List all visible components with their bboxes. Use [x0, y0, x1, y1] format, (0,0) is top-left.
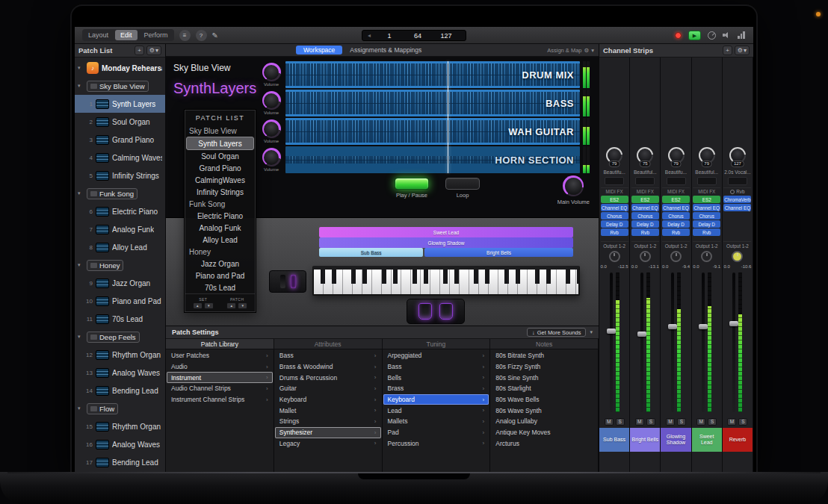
- mode-button[interactable]: Perform: [139, 30, 173, 40]
- library-item[interactable]: Pad ›: [383, 427, 489, 438]
- library-item[interactable]: Bass ›: [383, 361, 489, 373]
- strip-slot[interactable]: MIDI FX: [662, 187, 690, 195]
- keyboard[interactable]: [312, 266, 580, 296]
- mode-button[interactable]: Layout: [83, 30, 114, 40]
- strip-slot[interactable]: ES2: [662, 196, 690, 203]
- patch-list-item[interactable]: ▾ 15 ♪ Rhythm Organ Rhythm Organ: [75, 417, 165, 435]
- strip-slot[interactable]: Delay D: [601, 220, 628, 228]
- chevron-down-icon[interactable]: ▾: [590, 329, 593, 335]
- patch-list-item[interactable]: ▾ 10 ♪ Piano and Pad Piano and Pad: [75, 292, 165, 310]
- patch-list-item[interactable]: ▾ 6 ♪ Electric Piano Electric Piano: [75, 202, 165, 220]
- strip-fader[interactable]: [702, 273, 705, 412]
- strip-output-slot[interactable]: Output 1-2: [631, 241, 659, 249]
- patch-list-item[interactable]: ▾ 12 ♪ Rhythm Organ Rhythm Organ: [75, 346, 165, 364]
- library-item[interactable]: 80s Bitrate Synth: [491, 350, 597, 361]
- library-item[interactable]: Keyboard ›: [383, 394, 489, 405]
- keyboard-layer[interactable]: Glowing Shadow: [319, 237, 573, 248]
- keyboard-layer[interactable]: Sweet Lead: [319, 227, 573, 237]
- strip-slot[interactable]: Delay D: [693, 220, 720, 228]
- pedal-1[interactable]: [418, 303, 432, 320]
- get-more-sounds-button[interactable]: ↓ Get More Sounds: [527, 328, 587, 337]
- library-item[interactable]: 80s Wave Synth: [491, 405, 597, 416]
- patch-widget-item[interactable]: Sky Blue View: [186, 125, 254, 137]
- library-tab[interactable]: Patch Library: [166, 339, 274, 349]
- library-item[interactable]: Instrument Channel Strips ›: [167, 394, 273, 405]
- mute-button[interactable]: M: [635, 418, 644, 426]
- library-item[interactable]: Keyboard ›: [275, 394, 381, 405]
- track-volume-knob[interactable]: [262, 63, 281, 81]
- keyboard-layer[interactable]: Bright Bells: [424, 248, 573, 257]
- library-tab[interactable]: Tuning: [383, 339, 491, 349]
- strip-name-plate[interactable]: Sub Bass: [599, 428, 629, 452]
- pitch-mod-wheels[interactable]: [269, 270, 306, 293]
- play-button[interactable]: ▶: [688, 31, 701, 40]
- help-button[interactable]: ?: [196, 30, 207, 41]
- strip-pan-knob[interactable]: [609, 251, 620, 262]
- library-item[interactable]: Guitar ›: [275, 383, 381, 394]
- eq-display[interactable]: [667, 177, 686, 185]
- add-patch-button[interactable]: +: [135, 46, 144, 55]
- strip-fader[interactable]: [610, 273, 613, 412]
- strip-pan-knob[interactable]: [640, 251, 651, 262]
- strip-output-slot[interactable]: Output 1-2: [662, 241, 690, 249]
- fader-cap[interactable]: [699, 324, 708, 329]
- main-volume-knob[interactable]: [563, 175, 584, 196]
- strip-slot[interactable]: Delay D: [662, 220, 690, 228]
- track-volume-knob[interactable]: [262, 91, 281, 110]
- patch-widget-item[interactable]: CalmingWaves: [186, 174, 254, 186]
- patch-widget-item[interactable]: Piano and Pad: [186, 270, 254, 281]
- library-item[interactable]: Drums & Percussion ›: [275, 372, 381, 383]
- record-button[interactable]: [675, 32, 682, 39]
- tab-workspace[interactable]: Workspace: [296, 46, 342, 55]
- patch-widget-item[interactable]: Funk Song: [186, 198, 254, 210]
- library-item[interactable]: Mallets ›: [383, 416, 489, 427]
- library-tab[interactable]: Notes: [490, 339, 599, 349]
- strip-slot[interactable]: Rvb: [723, 187, 751, 195]
- strip-slot[interactable]: Rvb: [662, 228, 690, 236]
- strip-name-plate[interactable]: Glowing Shadow: [661, 428, 690, 452]
- eq-display[interactable]: [605, 177, 624, 185]
- strip-setting-button[interactable]: Beautiful...: [695, 169, 718, 175]
- strip-setting-button[interactable]: Beautifu...: [603, 169, 625, 175]
- solo-button[interactable]: S: [616, 418, 625, 426]
- strip-setting-button[interactable]: Beautiful...: [634, 169, 657, 175]
- lcd-left-chevron-icon[interactable]: ◂: [368, 32, 371, 39]
- solo-button[interactable]: S: [677, 418, 686, 426]
- patch-list-item[interactable]: ▾ 17 ♪ Bending Lead Bending Lead: [75, 453, 165, 471]
- disclosure-icon[interactable]: ▾: [78, 83, 84, 89]
- patch-list-item[interactable]: ▾ 16 ♪ Analog Waves Analog Waves: [75, 435, 165, 453]
- strip-setting-button[interactable]: 2.0s Vocal...: [724, 169, 750, 175]
- strip-fader[interactable]: [671, 273, 674, 412]
- strip-slot[interactable]: Chorus: [631, 212, 659, 220]
- strip-slot[interactable]: Delay D: [631, 220, 659, 228]
- pedal-2[interactable]: [439, 303, 453, 320]
- patch-widget-item[interactable]: Infinity Strings: [186, 186, 254, 198]
- set-next-button[interactable]: ▾: [204, 302, 214, 309]
- strip-expression-knob[interactable]: 79: [699, 147, 715, 164]
- strip-slot[interactable]: MIDI FX: [693, 187, 720, 195]
- patch-widget-item[interactable]: Alloy Lead: [186, 234, 254, 246]
- library-item[interactable]: Brass ›: [383, 383, 489, 394]
- patch-list-item[interactable]: ▾ 2 ♪ Soul Organ Soul Organ: [75, 113, 165, 131]
- strip-output-slot[interactable]: Output 1-2: [723, 241, 751, 249]
- strip-slot[interactable]: Rvb: [601, 228, 628, 236]
- disclosure-icon[interactable]: ▾: [78, 190, 84, 196]
- strip-slot[interactable]: Chorus: [601, 212, 628, 220]
- strip-pan-knob[interactable]: [701, 251, 712, 262]
- patch-list-item[interactable]: ▾ 4 ♪ Calming Waves Calming Waves: [75, 149, 165, 167]
- strip-expression-knob[interactable]: 75: [637, 147, 653, 164]
- keyboard-layer[interactable]: Sub Bass: [319, 248, 423, 257]
- patch-list-item[interactable]: ▾ ♪ Deep Feels Deep Feels: [75, 328, 165, 346]
- patch-widget-item[interactable]: Honey: [186, 246, 254, 258]
- patch-list-item[interactable]: ▾ 1 ♪ Synth Layers Synth Layers: [75, 95, 165, 113]
- track-volume-knob[interactable]: [262, 119, 281, 138]
- patch-list-item[interactable]: ▾ 8 ♪ Alloy Lead Alloy Lead: [75, 238, 165, 256]
- patch-list-item[interactable]: ▾ ♪ Flow Flow: [75, 399, 165, 417]
- mute-button[interactable]: M: [666, 418, 675, 426]
- strip-slot[interactable]: Channel EQ: [723, 204, 751, 211]
- library-item[interactable]: Arcturus: [491, 438, 597, 449]
- library-item[interactable]: Audio ›: [167, 361, 273, 373]
- strip-slot[interactable]: Channel EQ: [601, 204, 628, 211]
- strip-name-plate[interactable]: Sweet Lead: [692, 428, 722, 452]
- strip-name-plate[interactable]: Bright Bells: [630, 428, 660, 452]
